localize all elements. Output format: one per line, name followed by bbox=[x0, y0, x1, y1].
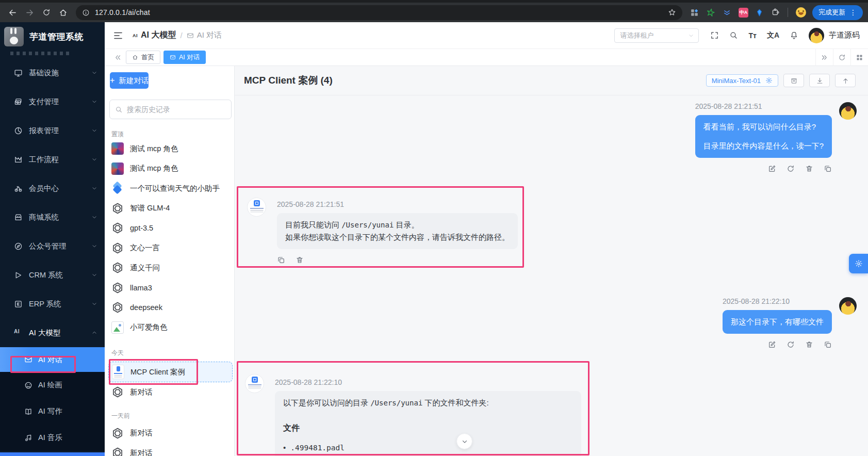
url-text[interactable]: 127.0.0.1/ai/chat bbox=[95, 8, 668, 17]
tenant-select[interactable]: 请选择租户 bbox=[614, 28, 699, 43]
scroll-top-button[interactable] bbox=[835, 74, 856, 87]
conversation-item[interactable]: 新对话 bbox=[105, 424, 234, 444]
grid-extension-icon[interactable] bbox=[690, 8, 699, 18]
scroll-tabs-right-button[interactable] bbox=[815, 49, 833, 66]
edit-icon[interactable] bbox=[768, 340, 776, 349]
gem-icon[interactable] bbox=[755, 8, 764, 17]
copy-icon[interactable] bbox=[277, 256, 285, 264]
copy-icon[interactable] bbox=[824, 340, 832, 349]
sidebar-item-mp[interactable]: 公众号管理 bbox=[0, 232, 105, 260]
regenerate-icon[interactable] bbox=[787, 340, 795, 349]
edit-icon[interactable] bbox=[768, 165, 776, 173]
assistant-message: 2025-08-28 21:21:51 目前我只能访问 /Users/yunai… bbox=[247, 198, 518, 264]
extension-area: 中A bbox=[690, 7, 806, 18]
back-icon[interactable] bbox=[8, 8, 17, 17]
browser-home-icon[interactable] bbox=[59, 8, 68, 17]
refresh-tab-button[interactable] bbox=[833, 49, 850, 66]
conversation-item[interactable]: 测试 mcp 角色 bbox=[105, 159, 234, 179]
puzzle-icon[interactable] bbox=[771, 8, 780, 17]
translate-badge-icon[interactable]: 中A bbox=[739, 8, 748, 18]
conversation-item[interactable]: 新对话 bbox=[105, 382, 234, 402]
screen: 127.0.0.1/ai/chat 中A 完成更新 ⋮ 芋道管理系统 bbox=[0, 0, 868, 456]
tab-options-button[interactable] bbox=[850, 49, 868, 66]
art-avatar bbox=[111, 162, 124, 175]
conversation-item[interactable]: llama3 bbox=[105, 278, 234, 298]
scroll-to-bottom-button[interactable] bbox=[456, 433, 472, 449]
browser-update-button[interactable]: 完成更新 ⋮ bbox=[812, 5, 863, 20]
sidebar: 芋道管理系统 基础设施 支付管理 报表管理 工作流程 bbox=[0, 22, 105, 456]
clear-messages-button[interactable] bbox=[783, 74, 804, 87]
chevron-down-icon bbox=[91, 301, 97, 307]
conversation-item[interactable]: deepseek bbox=[105, 298, 234, 318]
double-chevron-icon[interactable] bbox=[722, 8, 732, 18]
emoji-profile-icon[interactable] bbox=[796, 7, 806, 18]
chevron-down-icon bbox=[91, 185, 97, 191]
sidebar-item-crm[interactable]: CRM 系统 bbox=[0, 260, 105, 289]
conversation-item[interactable]: 测试 mcp 角色 bbox=[105, 139, 234, 159]
fullscreen-icon[interactable] bbox=[710, 31, 719, 40]
delete-icon[interactable] bbox=[805, 165, 813, 173]
conversation-item[interactable]: 文心一言 bbox=[105, 238, 234, 258]
erp-icon bbox=[14, 300, 23, 308]
section-label-today: 今天 bbox=[105, 349, 234, 357]
conversation-item[interactable]: gpt-3.5 bbox=[105, 218, 234, 238]
conversation-item[interactable]: 智谱 GLM-4 bbox=[105, 199, 234, 219]
image-placeholder-icon bbox=[111, 321, 124, 334]
bookmark-star-icon[interactable] bbox=[668, 8, 676, 17]
site-info-icon[interactable] bbox=[82, 9, 90, 17]
sidebar-item-ai-chat[interactable]: AI 对话 bbox=[0, 347, 105, 372]
bell-icon[interactable] bbox=[790, 31, 798, 40]
sidebar-item-member[interactable]: 会员中心 bbox=[0, 174, 105, 203]
sidebar-item-ai-draw[interactable]: AI 绘画 bbox=[0, 372, 105, 398]
report-icon bbox=[14, 126, 23, 135]
sidebar-item-erp[interactable]: ERP 系统 bbox=[0, 289, 105, 318]
address-bar[interactable]: 127.0.0.1/ai/chat bbox=[76, 5, 682, 20]
sidebar-item-payment[interactable]: 支付管理 bbox=[0, 87, 105, 116]
sidebar-item-infrastructure[interactable]: 基础设施 bbox=[0, 58, 105, 87]
conversation-item-selected[interactable]: MCP Client 案例 bbox=[108, 362, 233, 382]
mp-icon bbox=[14, 242, 23, 251]
breadcrumb-parent[interactable]: AI 大模型 bbox=[141, 30, 176, 41]
conversation-search-input[interactable] bbox=[127, 105, 226, 113]
font-size-icon[interactable]: Tᴛ bbox=[748, 31, 756, 40]
model-select[interactable]: MiniMax-Text-01 bbox=[706, 74, 778, 87]
conversation-search[interactable] bbox=[109, 100, 232, 119]
sidebar-scroll-strip[interactable] bbox=[0, 452, 105, 456]
locale-icon[interactable]: 文A bbox=[767, 31, 779, 40]
markdown-heading: 文件 bbox=[283, 422, 573, 434]
tab-ai-chat[interactable]: AI 对话 bbox=[163, 51, 206, 64]
delete-icon[interactable] bbox=[805, 340, 813, 349]
delete-icon[interactable] bbox=[296, 256, 304, 264]
forward-icon[interactable] bbox=[25, 8, 34, 17]
green-star-icon[interactable] bbox=[706, 8, 715, 17]
download-button[interactable] bbox=[809, 74, 830, 87]
conversation-item[interactable]: 新对话 bbox=[105, 443, 234, 456]
new-conversation-button[interactable]: + 新建对话 bbox=[110, 72, 149, 89]
chevron-down-icon bbox=[688, 32, 694, 39]
app-title: 芋道管理系统 bbox=[29, 31, 84, 43]
assistant-avatar bbox=[247, 198, 266, 217]
search-icon[interactable] bbox=[729, 31, 738, 40]
sidebar-item-ai[interactable]: AI AI 大模型 bbox=[0, 318, 105, 347]
sidebar-item-ai-write[interactable]: AI 写作 bbox=[0, 398, 105, 425]
tab-home[interactable]: 首页 bbox=[126, 51, 160, 64]
breadcrumb-current[interactable]: AI 对话 bbox=[197, 30, 222, 40]
reload-icon[interactable] bbox=[42, 8, 51, 17]
chat-header: MCP Client 案例 (4) MiniMax-Text-01 bbox=[235, 66, 868, 95]
scroll-tabs-left-icon[interactable] bbox=[114, 54, 122, 61]
copy-icon[interactable] bbox=[824, 165, 832, 173]
sidebar-item-mall[interactable]: 商城系统 bbox=[0, 203, 105, 232]
regenerate-icon[interactable] bbox=[787, 165, 795, 173]
conversation-item[interactable]: 通义千问 bbox=[105, 258, 234, 278]
app-logo-row[interactable]: 芋道管理系统 bbox=[0, 22, 105, 50]
username[interactable]: 芋道源码 bbox=[829, 30, 860, 40]
sidebar-item-workflow[interactable]: 工作流程 bbox=[0, 145, 105, 174]
settings-drawer-tab[interactable] bbox=[849, 254, 868, 273]
conversation-item[interactable]: 小可爱角色 bbox=[105, 318, 234, 338]
sidebar-item-report[interactable]: 报表管理 bbox=[0, 116, 105, 145]
sidebar-item-ai-music[interactable]: AI 音乐 bbox=[0, 425, 105, 451]
browser-menu-icon[interactable]: ⋮ bbox=[849, 9, 857, 16]
conversation-item[interactable]: 一个可以查询天气的小助手 bbox=[105, 178, 234, 199]
user-avatar[interactable] bbox=[809, 28, 824, 43]
collapse-menu-icon[interactable] bbox=[113, 30, 123, 41]
